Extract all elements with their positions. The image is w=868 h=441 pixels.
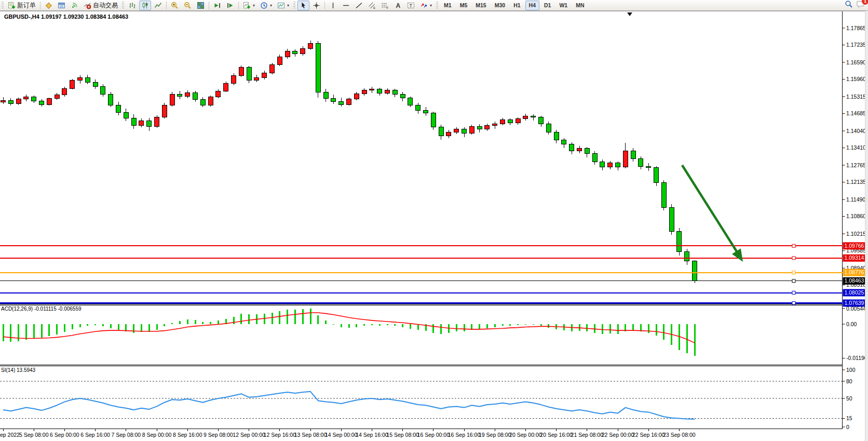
template-icon (277, 2, 285, 9)
cursor-button[interactable] (297, 1, 309, 10)
annotations[interactable] (682, 165, 743, 262)
macd-histogram-bar (586, 324, 588, 331)
mt4-window: 1.178651.172351.165901.159601.153151.146… (0, 0, 868, 441)
chart-shift-marker-icon (627, 12, 632, 16)
bear-candle (431, 113, 436, 127)
timeframe-button-h4[interactable]: H4 (525, 1, 539, 10)
timeframe-button-m5[interactable]: M5 (456, 1, 471, 10)
bull-candle (301, 49, 305, 54)
macd-histogram-bar (317, 315, 319, 324)
market-watch-icon (45, 2, 52, 9)
price-tick-label: 1.17865 (846, 25, 866, 31)
line-handle[interactable] (792, 291, 795, 295)
timeframe-button-mn[interactable]: MN (572, 1, 588, 10)
horizontal-line-button[interactable] (340, 1, 352, 10)
auto-trading-button[interactable]: 自动交易 (82, 1, 120, 10)
down-trend-arrow[interactable] (682, 165, 737, 251)
line-handle[interactable] (792, 257, 795, 260)
macd-histogram-bar (548, 324, 549, 328)
bear-candle (546, 124, 551, 132)
bear-candle (193, 93, 198, 100)
line-handle[interactable] (792, 279, 795, 283)
candlestick-chart-button[interactable] (139, 1, 151, 10)
macd-histogram-bar (48, 324, 50, 336)
bear-candle (101, 86, 105, 95)
macd-histogram-bar (517, 324, 519, 325)
price-tick-label: 1.12135 (846, 179, 866, 185)
chart-title: GBPUSD-,H4 1.09197 1.09230 1.08384 1.084… (4, 14, 128, 20)
bull-candle (469, 127, 474, 133)
line-chart-icon (154, 2, 162, 9)
macd-indicator-label: ACD(12,26,9) -0.011115 -0.006559 (1, 306, 82, 312)
date-tick-label: 22 Sep 00:00 (602, 432, 634, 438)
signals-button[interactable] (69, 1, 80, 10)
notifications-button[interactable]: 1 (856, 0, 865, 10)
market-watch-button[interactable] (43, 1, 55, 10)
bear-candle (462, 129, 467, 133)
macd-histogram-bar (509, 324, 511, 326)
bar-chart-button[interactable] (126, 1, 138, 10)
macd-histogram-bar (486, 324, 488, 328)
timeframe-button-h1[interactable]: H1 (510, 1, 524, 10)
zoom-in-button[interactable] (169, 1, 181, 10)
price-chart-canvas[interactable]: 1.178651.172351.165901.159601.153151.146… (0, 0, 868, 441)
price-tick-label: 1.17235 (846, 42, 866, 48)
search-icon[interactable] (845, 0, 853, 10)
macd-histogram-bar (187, 319, 188, 324)
timeframe-button-m30[interactable]: M30 (491, 1, 509, 10)
vertical-line-button[interactable] (327, 1, 339, 10)
arrows-icon (420, 2, 428, 9)
equidistant-channel-button[interactable]: E (366, 1, 378, 10)
bull-candle (208, 97, 213, 105)
bear-candle (247, 68, 251, 81)
bull-candle (155, 117, 159, 127)
bull-candle (254, 78, 259, 81)
macd-histogram-bar (402, 324, 403, 327)
bear-candle (569, 144, 574, 151)
fibonacci-button[interactable]: F (379, 1, 391, 10)
window-right-edge (865, 0, 868, 441)
navigator-button[interactable] (56, 1, 67, 10)
timeframe-button-m1[interactable]: M1 (440, 1, 455, 10)
line-handle[interactable] (792, 301, 795, 304)
line-handle[interactable] (792, 244, 795, 247)
candlestick-chart-icon (141, 2, 149, 9)
timeframe-button-m15[interactable]: M15 (472, 1, 490, 10)
macd-histogram-bar (594, 324, 595, 333)
macd-histogram-bar (417, 324, 419, 330)
tile-windows-button[interactable] (195, 1, 207, 10)
notification-badge: 1 (862, 0, 868, 5)
crosshair-button[interactable] (310, 1, 322, 10)
bear-candle (554, 132, 559, 140)
bear-candle (424, 111, 428, 113)
clock-icon (260, 2, 268, 9)
macd-histogram-bar (387, 324, 388, 325)
bear-candle (693, 261, 697, 281)
timeframe-button-w1[interactable]: W1 (555, 1, 571, 10)
zoom-out-button[interactable] (182, 1, 194, 10)
bear-candle (562, 140, 566, 144)
trendline-button[interactable] (353, 1, 365, 10)
bear-candle (331, 99, 336, 101)
signals-icon (71, 2, 78, 9)
line-chart-button[interactable] (152, 1, 164, 10)
line-handle[interactable] (792, 271, 795, 274)
date-tick-label: 12 Sep 16:00 (264, 432, 296, 438)
text-button[interactable]: A (392, 1, 404, 10)
chart-shift-button[interactable] (224, 1, 236, 10)
auto-scroll-button[interactable] (211, 1, 223, 10)
rsi-axis-label: 0 (846, 424, 849, 430)
periods-button[interactable]: ▾ (258, 1, 274, 10)
text-label-button[interactable]: T (405, 1, 417, 10)
rsi-axis-label: 80 (846, 378, 852, 384)
indicators-button[interactable]: ▾ (241, 1, 257, 10)
bull-candle (308, 43, 313, 48)
macd-histogram-bar (156, 324, 158, 330)
dropdown-caret-icon: ▾ (287, 3, 289, 8)
date-tick-label: 9 Sep 08:00 (204, 432, 233, 438)
templates-button[interactable]: ▾ (275, 1, 291, 10)
new-order-button[interactable]: 新订单 (6, 1, 38, 10)
chart-area[interactable]: 1.178651.172351.165901.159601.153151.146… (0, 0, 868, 441)
arrows-button[interactable]: ▾ (418, 1, 434, 10)
timeframe-button-d1[interactable]: D1 (540, 1, 554, 10)
